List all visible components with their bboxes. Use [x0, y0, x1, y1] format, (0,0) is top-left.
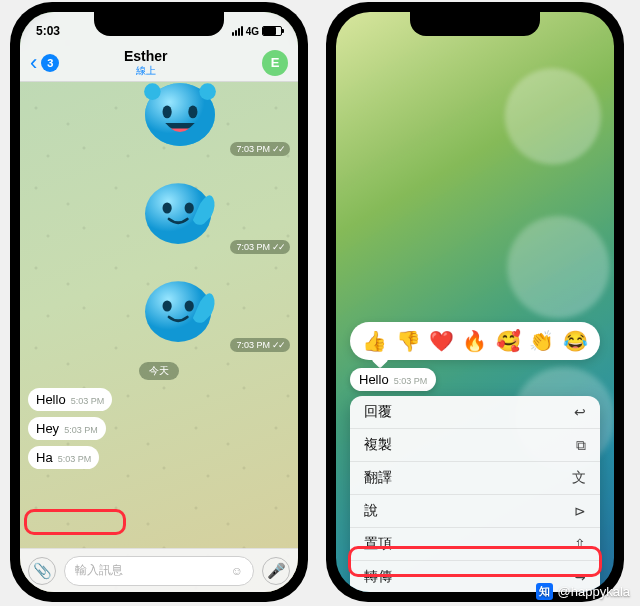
sticker-icon[interactable]: ☺	[231, 564, 243, 578]
menu-icon: 文	[572, 469, 586, 487]
zhihu-icon: 知	[536, 583, 553, 600]
menu-item-2[interactable]: 翻譯文	[350, 462, 600, 495]
message-text: Hey	[36, 421, 59, 436]
message-bubble[interactable]: Ha 5:03 PM	[28, 446, 99, 469]
menu-item-0[interactable]: 回覆↩	[350, 396, 600, 429]
selected-message: Hello 5:03 PM	[350, 368, 436, 391]
network-label: 4G	[246, 26, 259, 37]
menu-icon: ⇧	[574, 536, 586, 552]
notch	[94, 12, 224, 36]
battery-icon	[262, 26, 282, 36]
message-text: Hello	[359, 372, 389, 387]
sticker-thumbsup	[134, 162, 226, 254]
reaction-fire[interactable]: 🔥	[462, 329, 487, 353]
message-bubble[interactable]: Hello 5:03 PM	[28, 388, 112, 411]
reaction-thumbsup[interactable]: 👍	[362, 329, 387, 353]
chat-title[interactable]: Esther	[29, 48, 262, 64]
message-time: 5:03 PM	[58, 454, 92, 464]
reaction-inlove[interactable]: 🥰	[496, 329, 521, 353]
input-bar: 📎 輸入訊息 ☺ 🎤	[20, 548, 298, 592]
signal-icon	[232, 26, 243, 36]
message-text: Ha	[36, 450, 53, 465]
message-sticker[interactable]: 7:03 PM✓✓	[28, 82, 290, 156]
phone-left: 5:03 4G ‹ 3 Esther 線上 E	[10, 2, 308, 602]
menu-label: 轉傳	[364, 568, 392, 586]
message-input[interactable]: 輸入訊息 ☺	[64, 556, 254, 586]
phone-right: 👍 👎 ❤️ 🔥 🥰 👏 😂 Hello 5:03 PM 回覆↩複製⧉翻譯文說⊳…	[326, 2, 624, 602]
reaction-heart[interactable]: ❤️	[429, 329, 454, 353]
svg-point-11	[185, 300, 194, 311]
message-time: 5:03 PM	[64, 425, 98, 435]
sticker-laughing	[134, 82, 226, 156]
message-bubble[interactable]: Hey 5:03 PM	[28, 417, 106, 440]
svg-point-8	[185, 202, 194, 213]
message-time: 7:03 PM✓✓	[230, 338, 290, 352]
menu-icon: ⊳	[574, 503, 586, 519]
chat-subtitle: 線上	[29, 64, 262, 78]
date-separator: 今天	[139, 362, 179, 380]
message-time: 5:03 PM	[394, 376, 428, 386]
menu-label: 置頂	[364, 535, 392, 553]
watermark: 知 @happykala	[536, 583, 630, 600]
avatar[interactable]: E	[262, 50, 288, 76]
attach-button[interactable]: 📎	[28, 557, 56, 585]
notch	[410, 12, 540, 36]
menu-label: 翻譯	[364, 469, 392, 487]
menu-icon: ↩	[574, 404, 586, 420]
menu-label: 回覆	[364, 403, 392, 421]
reaction-thumbsdown[interactable]: 👎	[396, 329, 421, 353]
svg-point-7	[163, 202, 172, 213]
reaction-laugh[interactable]: 😂	[563, 329, 588, 353]
message-time: 7:03 PM✓✓	[230, 240, 290, 254]
menu-icon: ⧉	[576, 437, 586, 454]
menu-item-4[interactable]: 置頂⇧	[350, 528, 600, 561]
svg-point-4	[145, 83, 162, 100]
svg-point-10	[163, 300, 172, 311]
menu-label: 說	[364, 502, 378, 520]
menu-item-1[interactable]: 複製⧉	[350, 429, 600, 462]
mic-button[interactable]: 🎤	[262, 557, 290, 585]
menu-label: 複製	[364, 436, 392, 454]
svg-point-5	[200, 83, 217, 100]
message-sticker[interactable]: 7:03 PM✓✓	[28, 260, 290, 352]
message-time: 7:03 PM✓✓	[230, 142, 290, 156]
input-placeholder: 輸入訊息	[75, 562, 123, 579]
reaction-bar[interactable]: 👍 👎 ❤️ 🔥 🥰 👏 😂	[350, 322, 600, 360]
chat-body[interactable]: 7:03 PM✓✓ 7:03 PM✓✓	[20, 82, 298, 548]
menu-item-3[interactable]: 說⊳	[350, 495, 600, 528]
status-time: 5:03	[36, 24, 60, 38]
reaction-clap[interactable]: 👏	[529, 329, 554, 353]
message-text: Hello	[36, 392, 66, 407]
svg-point-2	[163, 105, 172, 118]
svg-point-3	[189, 105, 198, 118]
sticker-thumbsup	[134, 260, 226, 352]
message-sticker[interactable]: 7:03 PM✓✓	[28, 162, 290, 254]
message-time: 5:03 PM	[71, 396, 105, 406]
context-menu: 回覆↩複製⧉翻譯文說⊳置頂⇧轉傳↪刪除🗑選擇☑	[350, 396, 600, 592]
